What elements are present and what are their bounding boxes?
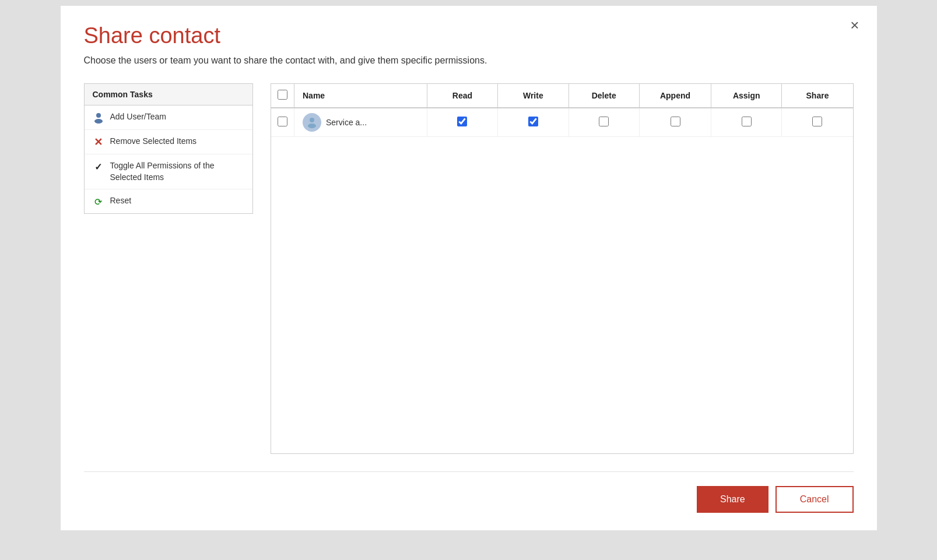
col-header-name: Name (294, 84, 427, 108)
write-checkbox[interactable] (528, 117, 538, 126)
toggle-permissions-task[interactable]: ✓ Toggle All Permissions of the Selected… (85, 154, 252, 189)
tasks-panel: Common Tasks Add User/Team ✕ (84, 83, 253, 214)
remove-selected-task[interactable]: ✕ Remove Selected Items (85, 130, 252, 154)
permissions-table-area: Name Read Write Delete Append Assign Sha… (271, 83, 854, 454)
row-delete-cell (568, 108, 639, 137)
close-button[interactable]: × (850, 17, 859, 33)
col-header-share: Share (782, 84, 853, 108)
append-checkbox[interactable] (671, 117, 680, 126)
row-name-text: Service a... (326, 118, 367, 127)
row-write-cell (498, 108, 568, 137)
svg-point-2 (310, 118, 314, 122)
toggle-permissions-label: Toggle All Permissions of the Selected I… (110, 160, 244, 183)
share-checkbox[interactable] (812, 117, 822, 126)
remove-selected-label: Remove Selected Items (110, 136, 197, 147)
permissions-table: Name Read Write Delete Append Assign Sha… (271, 84, 853, 137)
col-header-check (271, 84, 294, 108)
col-header-write: Write (498, 84, 568, 108)
row-append-cell (639, 108, 711, 137)
table-body: Service a... (271, 108, 853, 137)
row-assign-cell (711, 108, 782, 137)
dialog-subtitle: Choose the users or team you want to sha… (84, 55, 854, 66)
check-icon: ✓ (93, 161, 104, 172)
row-name-cell: Service a... (294, 108, 427, 137)
svg-point-0 (96, 113, 101, 118)
add-user-team-label: Add User/Team (110, 111, 166, 123)
remove-icon: ✕ (93, 136, 104, 148)
share-button[interactable]: Share (697, 486, 768, 513)
table-row: Service a... (271, 108, 853, 137)
assign-checkbox[interactable] (742, 117, 752, 126)
cancel-button[interactable]: Cancel (775, 486, 854, 513)
row-avatar: Service a... (303, 113, 419, 132)
svg-point-1 (94, 119, 103, 124)
read-checkbox[interactable] (457, 117, 467, 126)
select-all-checkbox[interactable] (278, 90, 287, 100)
row-share-cell (782, 108, 853, 137)
row-select-checkbox[interactable] (278, 117, 287, 126)
reset-task[interactable]: ⟳ Reset (85, 189, 252, 213)
dialog-overlay: × Share contact Choose the users or team… (0, 0, 937, 560)
user-team-icon (93, 112, 104, 124)
content-area: Common Tasks Add User/Team ✕ (84, 83, 854, 454)
col-header-assign: Assign (711, 84, 782, 108)
table-header-row: Name Read Write Delete Append Assign Sha… (271, 84, 853, 108)
reset-icon: ⟳ (93, 196, 104, 207)
row-read-cell (427, 108, 497, 137)
col-header-read: Read (427, 84, 497, 108)
avatar (303, 113, 321, 132)
dialog-title: Share contact (84, 23, 854, 48)
tasks-panel-header: Common Tasks (85, 84, 252, 105)
col-header-delete: Delete (568, 84, 639, 108)
delete-checkbox[interactable] (599, 117, 609, 126)
dialog-footer: Share Cancel (84, 471, 854, 513)
add-user-team-task[interactable]: Add User/Team (85, 105, 252, 130)
col-header-append: Append (639, 84, 711, 108)
svg-point-3 (308, 124, 316, 128)
reset-label: Reset (110, 195, 132, 207)
share-contact-dialog: × Share contact Choose the users or team… (61, 6, 877, 530)
row-checkbox-cell (271, 108, 294, 137)
